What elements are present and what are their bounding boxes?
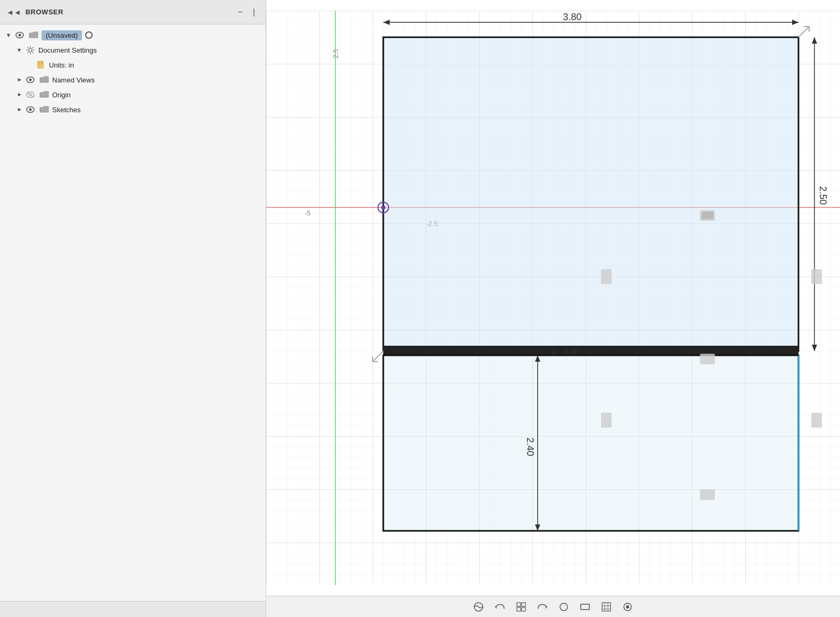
browser-sidebar: ◄◄ BROWSER − | ▼ (Unsaved) (0, 0, 266, 617)
svg-rect-17 (383, 37, 798, 351)
undo-button[interactable] (492, 599, 507, 614)
arrow-icon: ▼ (15, 90, 23, 99)
svg-text:2.50: 2.50 (818, 186, 828, 205)
svg-point-10 (29, 109, 32, 111)
hidden-icon[interactable] (24, 89, 36, 101)
arrow-icon: ▼ (15, 46, 23, 54)
svg-rect-40 (811, 269, 822, 284)
svg-rect-53 (522, 603, 525, 606)
folder-icon (28, 29, 39, 41)
sidebar-controls: − | (235, 7, 259, 18)
rotate-button[interactable] (535, 599, 550, 614)
named-views-label: Named Views (52, 76, 95, 84)
sketches-label: Sketches (52, 106, 80, 114)
sketch-canvas: 2.5 -5 -2.5 3.80 2.50 0.10 2.40 (266, 0, 840, 617)
svg-text:0.10: 0.10 (564, 347, 579, 355)
svg-text:-5: -5 (304, 209, 311, 217)
constraint-tool-button[interactable] (620, 599, 635, 614)
arrow-icon: ▼ (4, 31, 13, 39)
arrow-icon: ▼ (15, 105, 23, 114)
svg-rect-41 (700, 354, 715, 364)
sidebar-bottom-bar (0, 601, 266, 617)
svg-text:3.80: 3.80 (563, 12, 581, 22)
svg-rect-38 (702, 212, 713, 219)
svg-point-36 (381, 205, 385, 210)
svg-text:2.40: 2.40 (525, 437, 536, 456)
svg-rect-44 (700, 489, 715, 500)
orbit-tool-button[interactable] (471, 599, 486, 614)
arrow-icon: ▼ (15, 76, 23, 84)
units-label: Units: in (49, 61, 74, 69)
folder-icon (38, 89, 50, 101)
tree-item-origin[interactable]: ▼ Origin (0, 87, 266, 102)
grid-tool-button[interactable] (514, 599, 529, 614)
sidebar-header: ◄◄ BROWSER − | (0, 0, 266, 24)
tree-item-units[interactable]: ▶ Units: in (0, 57, 266, 72)
back-arrow-icon[interactable]: ◄◄ (6, 8, 21, 16)
minimize-button[interactable]: − (235, 7, 245, 18)
visibility-icon[interactable] (24, 74, 36, 86)
rect-tool-button[interactable] (578, 599, 592, 614)
svg-rect-18 (383, 346, 798, 355)
record-icon (85, 31, 93, 39)
tree-item-sketches[interactable]: ▼ Sketches (0, 102, 266, 117)
svg-point-2 (29, 48, 32, 52)
svg-rect-39 (601, 269, 612, 284)
unsaved-label: (Unsaved) (42, 30, 82, 40)
svg-rect-54 (517, 607, 521, 611)
svg-rect-57 (581, 604, 589, 610)
pin-button[interactable]: | (249, 7, 259, 18)
tree-item-unsaved[interactable]: ▼ (Unsaved) (0, 28, 266, 43)
circle-tool-button[interactable] (556, 599, 571, 614)
svg-rect-58 (602, 603, 611, 611)
svg-point-5 (29, 79, 32, 81)
svg-point-56 (560, 603, 567, 611)
svg-rect-55 (522, 607, 525, 611)
gear-icon (24, 44, 36, 56)
folder-icon (38, 104, 50, 115)
svg-point-64 (626, 605, 629, 608)
tree-view: ▼ (Unsaved) ▼ (0, 24, 266, 601)
tree-item-named-views[interactable]: ▼ Named Views (0, 72, 266, 87)
ruler-label-2-5-top: 2.5 (332, 49, 340, 59)
doc-settings-label: Document Settings (38, 46, 97, 54)
folder-icon (38, 74, 50, 86)
svg-rect-42 (601, 413, 612, 428)
bottom-toolbar (266, 596, 840, 617)
origin-label: Origin (52, 91, 71, 99)
sidebar-title: BROWSER (26, 8, 235, 16)
svg-rect-52 (517, 603, 521, 606)
visibility-icon[interactable] (24, 104, 36, 115)
tree-item-doc-settings[interactable]: ▼ Document Settings (0, 43, 266, 57)
svg-rect-19 (383, 355, 798, 531)
sketch-tool-button[interactable] (599, 599, 614, 614)
doc-icon (35, 59, 47, 71)
canvas-area[interactable]: 2.5 -5 -2.5 3.80 2.50 0.10 2.40 (266, 0, 840, 617)
visibility-icon[interactable] (14, 29, 26, 41)
svg-rect-43 (811, 413, 822, 428)
svg-point-1 (19, 34, 21, 37)
